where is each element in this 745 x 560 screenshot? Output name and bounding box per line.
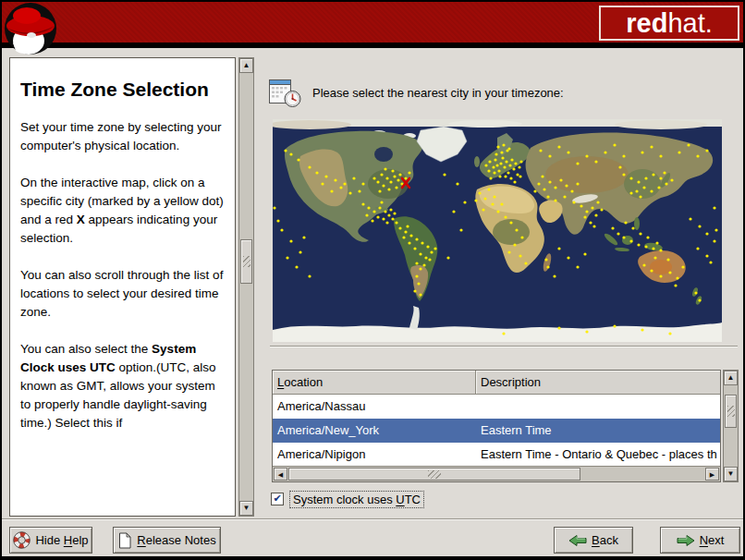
city-dot[interactable]	[694, 291, 697, 294]
city-dot[interactable]	[417, 282, 420, 285]
city-dot[interactable]	[497, 169, 500, 172]
city-dot[interactable]	[297, 158, 299, 161]
city-dot[interactable]	[428, 258, 431, 261]
city-dot[interactable]	[594, 213, 597, 216]
city-dot[interactable]	[546, 195, 549, 198]
city-dot[interactable]	[276, 219, 279, 222]
city-dot[interactable]	[501, 156, 504, 159]
city-dot[interactable]	[489, 177, 492, 179]
city-dot[interactable]	[642, 186, 645, 189]
city-dot[interactable]	[639, 195, 641, 198]
city-dot[interactable]	[502, 143, 505, 146]
city-dot[interactable]	[387, 213, 390, 216]
city-dot[interactable]	[509, 177, 512, 179]
city-dot[interactable]	[280, 228, 283, 231]
hide-help-button[interactable]: Hide Help	[9, 527, 92, 554]
city-dot[interactable]	[678, 151, 680, 153]
scroll-right-icon[interactable]: ▶	[705, 468, 719, 481]
city-dot[interactable]	[539, 149, 542, 152]
city-dot[interactable]	[714, 228, 717, 231]
city-dot[interactable]	[514, 162, 517, 164]
city-dot[interactable]	[456, 182, 458, 185]
city-dot[interactable]	[613, 143, 616, 146]
city-dot[interactable]	[524, 262, 527, 264]
city-dot[interactable]	[629, 177, 632, 179]
city-dot[interactable]	[286, 256, 288, 259]
city-dot[interactable]	[507, 147, 510, 150]
city-dot[interactable]	[361, 182, 364, 185]
city-dot[interactable]	[557, 326, 560, 329]
city-dot[interactable]	[391, 169, 394, 172]
city-dot[interactable]	[395, 186, 397, 189]
city-dot[interactable]	[512, 167, 515, 170]
city-dot[interactable]	[613, 324, 616, 327]
city-dot[interactable]	[508, 164, 511, 166]
city-dot[interactable]	[491, 202, 494, 205]
city-dot[interactable]	[343, 182, 346, 185]
city-dot[interactable]	[503, 165, 506, 168]
city-dot[interactable]	[585, 154, 588, 157]
city-dot[interactable]	[415, 262, 418, 264]
city-dot[interactable]	[563, 195, 566, 198]
city-dot[interactable]	[533, 189, 536, 192]
city-dot[interactable]	[653, 256, 656, 259]
city-dot[interactable]	[644, 245, 647, 248]
help-scrollbar[interactable]: ▲ ▼	[238, 57, 254, 517]
city-dot[interactable]	[657, 186, 660, 189]
column-header-description[interactable]: Description	[476, 371, 720, 395]
city-dot[interactable]	[519, 160, 522, 163]
city-dot[interactable]	[567, 256, 569, 259]
city-dot[interactable]	[583, 215, 586, 218]
city-dot[interactable]	[424, 256, 427, 259]
city-dot[interactable]	[500, 151, 503, 153]
city-dot[interactable]	[419, 267, 421, 270]
city-dot[interactable]	[641, 151, 643, 153]
table-row[interactable]: America/NipigonEastern Time - Ontario & …	[273, 443, 720, 467]
city-dot[interactable]	[382, 217, 385, 220]
city-dot[interactable]	[541, 175, 543, 177]
city-dot[interactable]	[273, 206, 275, 209]
list-scrollbar-thumb[interactable]	[725, 395, 737, 428]
city-dot[interactable]	[426, 245, 429, 248]
city-dot[interactable]	[622, 173, 625, 176]
city-dot[interactable]	[398, 173, 401, 176]
city-dot[interactable]	[434, 247, 436, 250]
city-dot[interactable]	[576, 162, 579, 164]
city-dot[interactable]	[421, 241, 423, 244]
city-dot[interactable]	[493, 195, 495, 198]
city-dot[interactable]	[384, 210, 386, 213]
city-dot[interactable]	[295, 265, 298, 268]
city-dot[interactable]	[330, 189, 333, 192]
city-dot[interactable]	[622, 154, 625, 157]
city-dot[interactable]	[637, 180, 640, 183]
city-dot[interactable]	[518, 165, 520, 168]
city-dot[interactable]	[358, 189, 360, 192]
city-dot[interactable]	[604, 151, 606, 153]
city-dot[interactable]	[367, 206, 370, 209]
city-dot[interactable]	[382, 184, 385, 187]
city-dot[interactable]	[495, 152, 497, 155]
city-dot[interactable]	[378, 206, 381, 209]
city-dot[interactable]	[502, 332, 505, 335]
city-dot[interactable]	[713, 239, 715, 242]
world-map[interactable]	[273, 119, 722, 342]
utc-checkbox-label[interactable]: System clock uses UTC	[289, 491, 424, 508]
city-dot[interactable]	[509, 221, 512, 224]
scroll-down-icon[interactable]: ▼	[239, 501, 253, 516]
city-dot[interactable]	[639, 232, 641, 235]
city-dot[interactable]	[376, 215, 379, 218]
city-dot[interactable]	[510, 158, 513, 161]
city-dot[interactable]	[548, 154, 551, 157]
city-dot[interactable]	[496, 145, 499, 148]
city-dot[interactable]	[652, 247, 654, 250]
city-dot[interactable]	[554, 186, 556, 189]
city-dot[interactable]	[504, 215, 507, 218]
city-dot[interactable]	[537, 182, 540, 185]
city-dot[interactable]	[515, 228, 518, 231]
city-dot[interactable]	[513, 180, 516, 183]
city-dot[interactable]	[308, 274, 311, 277]
city-dot[interactable]	[415, 237, 418, 240]
city-dot[interactable]	[659, 249, 662, 251]
city-dot[interactable]	[406, 225, 409, 227]
city-dot[interactable]	[650, 269, 653, 272]
